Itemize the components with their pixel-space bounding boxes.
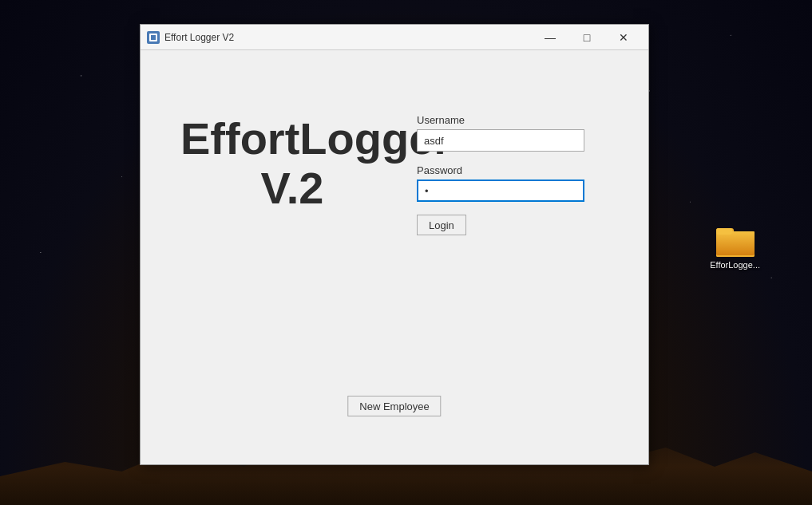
password-input[interactable] — [417, 180, 584, 202]
window-content: EffortLogger V.2 Username Password Login… — [141, 50, 648, 464]
login-form: Username Password Login — [417, 114, 584, 235]
password-label: Password — [417, 164, 584, 176]
app-title: EffortLogger V.2 — [180, 114, 404, 212]
app-icon — [147, 31, 160, 44]
username-input[interactable] — [417, 129, 584, 152]
svg-rect-4 — [716, 231, 755, 255]
app-title-line2: V.2 — [261, 163, 324, 213]
minimize-button[interactable]: — — [532, 25, 568, 50]
login-button[interactable]: Login — [417, 215, 466, 235]
close-button[interactable]: ✕ — [605, 25, 642, 50]
desktop-folder-icon[interactable]: EfforLogge... — [710, 223, 760, 270]
folder-icon — [716, 223, 755, 257]
svg-rect-5 — [716, 228, 732, 235]
app-icon-inner — [149, 34, 157, 41]
folder-icon-label: EfforLogge... — [710, 260, 760, 270]
new-employee-button[interactable]: New Employee — [347, 396, 441, 416]
username-label: Username — [417, 114, 584, 126]
window-controls: — □ ✕ — [532, 25, 642, 50]
window-title: Effort Logger V2 — [164, 32, 532, 43]
title-bar: Effort Logger V2 — □ ✕ — [141, 25, 648, 50]
maximize-button[interactable]: □ — [568, 25, 605, 50]
app-title-line1: EffortLogger — [180, 113, 451, 164]
main-window: Effort Logger V2 — □ ✕ EffortLogger V.2 … — [140, 24, 649, 465]
